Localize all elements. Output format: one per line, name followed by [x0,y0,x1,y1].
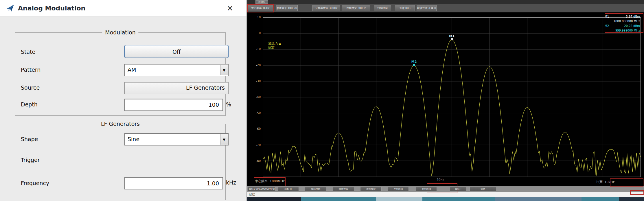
depth-input[interactable] [124,99,223,111]
lf-generators-group-title: LF Generators [98,121,143,127]
frequency-input[interactable] [124,177,223,189]
trace-info-line1: 迹线 A ▲ [268,41,281,46]
spectrum-analyzer-window: 频谱仪 中心频率 1GHz参考电平 10dBm分辨率带宽 300Hz视频带宽 3… [247,0,644,201]
softkey-button-8[interactable]: 帮助 [470,187,496,191]
source-field[interactable]: LF Generators [124,82,229,94]
spectrum-svg: M1M2 [263,18,641,177]
y-tick-label: -70 [248,143,261,147]
pattern-select[interactable]: AM ▼ [124,64,229,76]
marker-readout-row: M2-20.22 dBm [605,24,640,28]
toolbar-button-1[interactable]: 参考电平 10dBm [276,5,298,11]
depth-label: Depth [21,101,38,108]
plot-bottom-band [247,177,644,186]
analyzer-toolbar: 中心频率 1GHz参考电平 10dBm分辨率带宽 300Hz视频带宽 300Hz… [247,4,644,12]
softkey-button-4[interactable]: 次峰搜索 [360,187,382,191]
state-toggle-button[interactable]: Off [124,45,229,58]
analog-modulation-dialog: Analog Modulation ✕ Modulation State Off… [0,0,247,201]
softkey-button-7[interactable]: 频标→ [450,187,466,191]
shape-label: Shape [21,136,38,142]
marker-readout-row: M1-3.97 dBm [605,14,640,19]
analyzer-top-strip [247,0,644,4]
state-label: State [21,49,35,55]
source-label: Source [21,84,40,91]
softkey-button-3[interactable]: 峰值搜索 [333,187,354,191]
y-tick-label: -60 [248,127,261,130]
chevron-down-icon[interactable]: ▼ [220,65,228,75]
chevron-down-icon[interactable]: ▼ [220,134,228,145]
toolbar-button-6[interactable]: 检波方式 正峰值 [417,5,437,11]
toolbar-button-2[interactable]: 分辨率带宽 300Hz [312,5,340,11]
center-frequency-label: 中心频率: 1000MHz [255,179,285,183]
shape-select[interactable]: Sine ▼ [124,133,229,145]
taskbar-segment[interactable] [301,197,376,201]
shape-value: Sine [128,136,139,142]
taskbar-segment[interactable] [422,197,495,201]
y-tick-label: 10 [248,16,261,19]
modulation-group-title: Modulation [102,29,138,36]
trace-info: 迹线 A ▲ 清写 [268,41,281,50]
toolbar-button-5[interactable]: 衰减 0dB [395,5,415,11]
trace-info-line2: 清写 [268,46,281,50]
frequency-label: Frequency [21,180,49,186]
marker-readout-freq: 999.999000 MHz [605,28,640,33]
trigger-label: Trigger [21,157,40,163]
taskbar-segment[interactable] [495,197,582,201]
source-value: LF Generators [186,84,225,91]
app-logo-icon [6,4,15,13]
y-tick-label: -30 [248,80,261,83]
softkey-button-6[interactable]: 右邻峰值 [416,187,437,191]
screen: Analog Modulation ✕ Modulation State Off… [0,0,644,201]
svg-text:M2: M2 [411,60,417,64]
taskbar-segment[interactable] [376,197,422,201]
pattern-value: AM [128,67,136,73]
center-tick-label: 1GHz [437,178,444,181]
span-label: 扫宽: 10kHz [596,180,614,184]
svg-text:M1: M1 [449,34,455,38]
softkey-button-5[interactable]: 左邻峰值 [388,187,409,191]
spectrum-plot: M1M2 [263,17,641,177]
dialog-title: Analog Modulation [18,5,85,12]
softkey-bar: 频标1 999.999000MHz频标 开频标模式峰值搜索次峰搜索左邻峰值右邻峰… [247,186,644,192]
toolbar-button-0[interactable]: 中心频率 1GHz [248,5,273,11]
taskbar-segment[interactable] [619,197,644,201]
status-text: 就绪 [249,193,255,197]
toolbar-button-4[interactable]: 扫描时间 [374,5,391,11]
analyzer-tab[interactable]: 频谱仪 [255,0,268,4]
status-bar: 就绪 [247,192,644,197]
softkey-button-0[interactable]: 频标1 999.999000MHz [248,187,275,191]
taskbar [247,197,644,201]
y-tick-label: -40 [248,95,261,99]
toolbar-button-3[interactable]: 视频带宽 300Hz [342,5,370,11]
pattern-label: Pattern [21,67,41,73]
close-icon[interactable]: ✕ [225,3,235,13]
dialog-titlebar: Analog Modulation ✕ [0,0,246,17]
depth-unit: % [226,101,231,108]
y-tick-label: 0 [248,32,261,35]
softkey-button-1[interactable]: 频标 开 [278,187,299,191]
y-tick-label: -10 [248,47,261,51]
marker-readout-freq: 1000.000000 MHz [605,19,640,24]
frequency-unit: kHz [226,179,236,186]
taskbar-segment[interactable] [247,197,301,201]
y-tick-label: -50 [248,111,261,115]
marker-readout: M1-3.97 dBm1000.000000 MHzM2-20.22 dBm99… [605,14,640,33]
y-tick-label: -20 [248,64,261,67]
taskbar-segment[interactable] [582,197,619,201]
softkey-button-2[interactable]: 频标模式 [305,187,326,191]
y-tick-label: -80 [248,159,261,163]
